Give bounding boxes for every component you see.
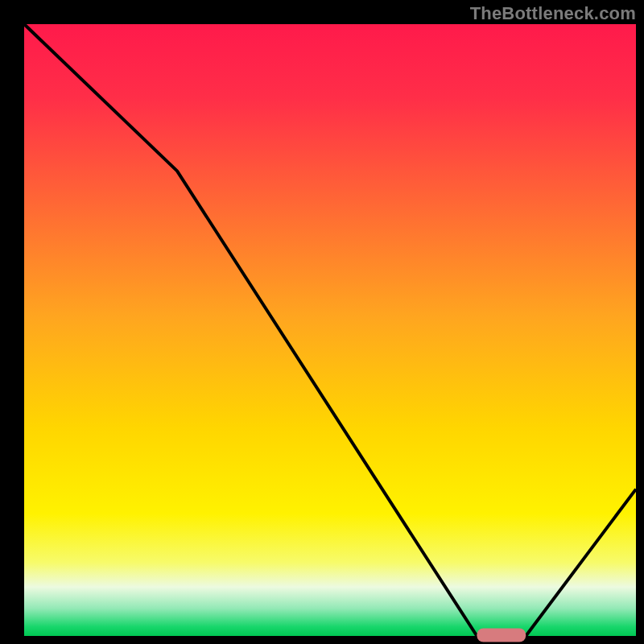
bottleneck-chart (0, 0, 644, 644)
optimal-range-marker (477, 629, 526, 642)
plot-area-rect (24, 24, 636, 636)
watermark-text: TheBottleneck.com (470, 3, 636, 24)
chart-root: TheBottleneck.com (0, 0, 644, 644)
